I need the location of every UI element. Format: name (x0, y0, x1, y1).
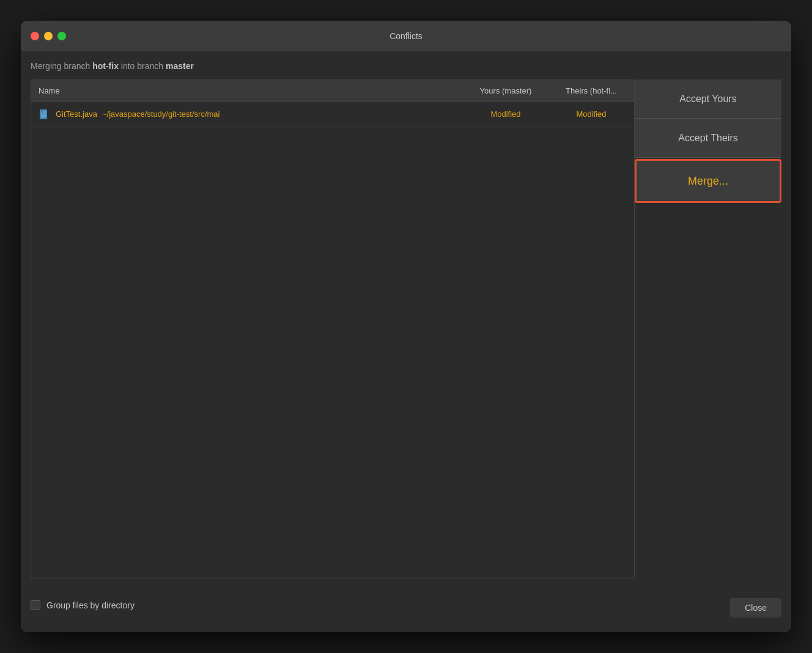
window-title: Conflicts (389, 31, 423, 41)
sidebar-buttons: Accept Yours Accept Theirs Merge... (635, 79, 781, 578)
col-theirs-header: Theirs (hot-fi... (548, 86, 634, 95)
branch-to: master (166, 61, 194, 71)
conflicts-table: Name Yours (master) Theirs (hot-fi... (31, 79, 635, 578)
yours-status: Modified (463, 109, 548, 119)
file-name: GitTest.java (56, 109, 97, 119)
footer: Group files by directory Close (31, 588, 781, 622)
branch-from: hot-fix (92, 61, 119, 71)
window-body: Merging branch hot-fix into branch maste… (21, 51, 791, 632)
group-files-option: Group files by directory (31, 600, 135, 610)
file-icon (39, 108, 51, 120)
main-content: Name Yours (master) Theirs (hot-fi... (31, 79, 781, 578)
titlebar: Conflicts (21, 21, 791, 51)
minimize-window-button[interactable] (44, 32, 53, 40)
java-file-svg (39, 109, 50, 120)
subtitle: Merging branch hot-fix into branch maste… (31, 61, 781, 71)
file-path: ~/javaspace/study/git-test/src/mai (102, 109, 220, 119)
col-yours-header: Yours (master) (463, 86, 548, 95)
table-body: GitTest.java ~/javaspace/study/git-test/… (31, 102, 634, 578)
bottom-right: Close (730, 593, 781, 618)
col-name-header: Name (31, 86, 463, 95)
table-row[interactable]: GitTest.java ~/javaspace/study/git-test/… (31, 102, 634, 127)
merge-button[interactable]: Merge... (635, 159, 781, 203)
svg-rect-4 (43, 111, 46, 117)
file-cell: GitTest.java ~/javaspace/study/git-test/… (31, 108, 463, 120)
subtitle-prefix: Merging branch (31, 61, 92, 71)
group-files-label: Group files by directory (46, 600, 135, 610)
theirs-status: Modified (548, 109, 634, 119)
group-files-checkbox[interactable] (31, 600, 40, 610)
maximize-window-button[interactable] (57, 32, 66, 40)
accept-yours-button[interactable]: Accept Yours (635, 79, 781, 119)
close-window-button[interactable] (31, 32, 39, 40)
accept-theirs-button[interactable]: Accept Theirs (635, 119, 781, 158)
table-header: Name Yours (master) Theirs (hot-fi... (31, 80, 634, 102)
close-button[interactable]: Close (730, 598, 781, 618)
window-controls (31, 32, 66, 40)
subtitle-middle: into branch (119, 61, 166, 71)
svg-rect-1 (41, 113, 42, 114)
